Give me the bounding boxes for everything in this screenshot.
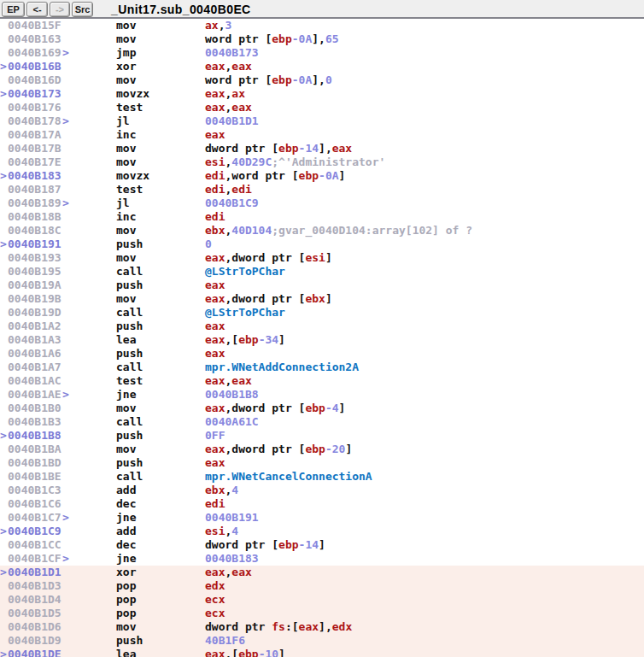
asm-row[interactable]: 0040B18Bincedi: [0, 210, 644, 224]
jump-source-marker: >: [62, 388, 116, 402]
asm-token-reg: ax: [231, 87, 245, 100]
asm-operands: 0: [205, 238, 212, 250]
asm-row[interactable]: 0040B1B3call0040A61C: [0, 415, 644, 429]
forward-button: ->: [50, 2, 70, 17]
asm-row[interactable]: 0040B1A6pusheax: [0, 347, 644, 361]
asm-token-plain: word ptr [: [205, 32, 272, 45]
asm-row[interactable]: 0040B1B0moveax,dword ptr [ebp-4]: [0, 402, 644, 415]
asm-token-plain: dword ptr: [205, 620, 272, 633]
asm-address: 0040B15F: [8, 19, 62, 32]
asm-row[interactable]: >0040B1C9addesi,4: [0, 525, 644, 538]
asm-row[interactable]: 0040B19Dcall@LStrToPChar: [0, 306, 644, 320]
asm-row[interactable]: 0040B1A3leaeax,[ebp-34]: [0, 333, 644, 347]
asm-address: 0040B1AC: [8, 374, 62, 388]
asm-row[interactable]: 0040B176testeax,eax: [0, 101, 644, 114]
asm-row[interactable]: 0040B163movword ptr [ebp-0A],65: [0, 32, 644, 46]
asm-token-num: 3: [225, 19, 231, 32]
asm-token-num: -4: [325, 402, 339, 414]
asm-address: 0040B18C: [8, 224, 62, 238]
asm-address: 0040B178: [8, 114, 62, 128]
asm-row[interactable]: 0040B1A2pusheax: [0, 320, 644, 333]
asm-operands: ebx,4: [205, 484, 238, 496]
asm-row[interactable]: >0040B173movzxeax,ax: [0, 87, 644, 101]
asm-address: 0040B17A: [8, 128, 62, 142]
jump-source-marker: >: [62, 552, 116, 566]
asm-token-reg: ecx: [205, 593, 225, 606]
asm-row[interactable]: 0040B1ACtesteax,eax: [0, 374, 644, 388]
asm-row[interactable]: >0040B1B8push0FF: [0, 429, 644, 443]
asm-operands: edi: [205, 210, 225, 223]
asm-row[interactable]: 0040B1BDpusheax: [0, 456, 644, 470]
asm-mnemonic: mov: [116, 292, 205, 306]
asm-address: 0040B195: [8, 265, 62, 279]
asm-address: 0040B19A: [8, 279, 62, 292]
asm-row[interactable]: 0040B1C6decedi: [0, 497, 644, 511]
asm-row[interactable]: 0040B1D9push40B1F6: [0, 634, 644, 648]
asm-operands: ax,3: [205, 19, 231, 32]
asm-token-plain: ,word ptr [: [225, 169, 298, 182]
asm-row[interactable]: 0040B169>jmp0040B173: [0, 46, 644, 60]
asm-row[interactable]: 0040B1CCdecdword ptr [ebp-14]: [0, 538, 644, 552]
asm-row[interactable]: >0040B183movzxedi,word ptr [ebp-0A]: [0, 169, 644, 183]
asm-operands: 0040B1D1: [205, 114, 259, 127]
asm-token-plain: ]: [345, 443, 352, 455]
asm-row[interactable]: 0040B1BAmoveax,dword ptr [ebp-20]: [0, 443, 644, 456]
asm-row[interactable]: 0040B1CF>jne0040B183: [0, 552, 644, 566]
asm-operands: eax: [205, 279, 225, 291]
asm-row[interactable]: 0040B18Cmovebx,40D104;gvar_0040D104:arra…: [0, 224, 644, 238]
asm-mnemonic: dec: [116, 538, 205, 552]
asm-row[interactable]: >0040B1DEleaeax,[ebp-10]: [0, 648, 644, 657]
asm-row[interactable]: 0040B17Emovesi,40D29C;^'Administrator': [0, 155, 644, 169]
asm-token-reg: ebp: [305, 402, 325, 414]
asm-row[interactable]: 0040B17Ainceax: [0, 128, 644, 142]
asm-mnemonic: push: [116, 320, 205, 333]
asm-row[interactable]: 0040B187testedi,edi: [0, 183, 644, 197]
asm-row[interactable]: >0040B16Bxoreax,eax: [0, 60, 644, 73]
asm-token-reg: eax: [205, 320, 225, 332]
asm-mnemonic: pop: [116, 607, 205, 620]
asm-mnemonic: mov: [116, 19, 205, 32]
source-button[interactable]: Src: [72, 2, 93, 17]
asm-row[interactable]: 0040B178>jl0040B1D1: [0, 114, 644, 128]
back-button[interactable]: <-: [26, 2, 48, 17]
jump-target-marker: >: [0, 525, 8, 538]
asm-row[interactable]: 0040B1C7>jne0040B191: [0, 511, 644, 525]
asm-address: 0040B1D3: [8, 579, 62, 593]
asm-row[interactable]: 0040B16Dmovword ptr [ebp-0A],0: [0, 73, 644, 87]
asm-mnemonic: call: [116, 265, 205, 279]
entry-point-button[interactable]: EP: [2, 2, 25, 17]
asm-row[interactable]: 0040B17Bmovdword ptr [ebp-14],eax: [0, 142, 644, 155]
asm-token-reg: ebp: [305, 443, 325, 455]
asm-address: 0040B163: [8, 32, 62, 46]
asm-row[interactable]: 0040B195call@LStrToPChar: [0, 265, 644, 279]
asm-row[interactable]: 0040B1D6movdword ptr fs:[eax],edx: [0, 620, 644, 634]
asm-row[interactable]: 0040B1A7callmpr.WNetAddConnection2A: [0, 361, 644, 374]
asm-row[interactable]: 0040B15Fmovax,3: [0, 19, 644, 32]
asm-operands: eax,dword ptr [ebp-4]: [205, 402, 345, 414]
asm-row[interactable]: 0040B1D4popecx: [0, 593, 644, 607]
asm-token-reg: ebx: [205, 224, 225, 237]
disassembly-listing[interactable]: 0040B15Fmovax,30040B163movword ptr [ebp-…: [0, 19, 644, 657]
asm-token-reg: ebx: [305, 292, 325, 305]
asm-token-reg: eax: [205, 374, 225, 387]
asm-mnemonic: push: [116, 634, 205, 648]
asm-address: 0040B17E: [8, 155, 62, 169]
asm-mnemonic: add: [116, 525, 205, 538]
asm-operands: dword ptr [ebp-14],eax: [205, 142, 352, 155]
asm-mnemonic: jl: [116, 197, 205, 210]
asm-row[interactable]: >0040B191push0: [0, 238, 644, 251]
asm-row[interactable]: 0040B19Bmoveax,dword ptr [ebx]: [0, 292, 644, 306]
asm-mnemonic: mov: [116, 142, 205, 155]
asm-mnemonic: push: [116, 279, 205, 292]
asm-row[interactable]: 0040B1C3addebx,4: [0, 484, 644, 497]
asm-row[interactable]: 0040B193moveax,dword ptr [esi]: [0, 251, 644, 265]
asm-row[interactable]: 0040B189>jl0040B1C9: [0, 197, 644, 210]
asm-row[interactable]: >0040B1D1xoreax,eax: [0, 566, 644, 579]
asm-row[interactable]: 0040B1BEcallmpr.WNetCancelConnectionA: [0, 470, 644, 484]
asm-row[interactable]: 0040B1D3popedx: [0, 579, 644, 593]
asm-row[interactable]: 0040B19Apusheax: [0, 279, 644, 292]
asm-row[interactable]: 0040B1D5popecx: [0, 607, 644, 620]
asm-row[interactable]: 0040B1AE>jne0040B1B8: [0, 388, 644, 402]
asm-mnemonic: pop: [116, 593, 205, 607]
asm-mnemonic: mov: [116, 155, 205, 169]
